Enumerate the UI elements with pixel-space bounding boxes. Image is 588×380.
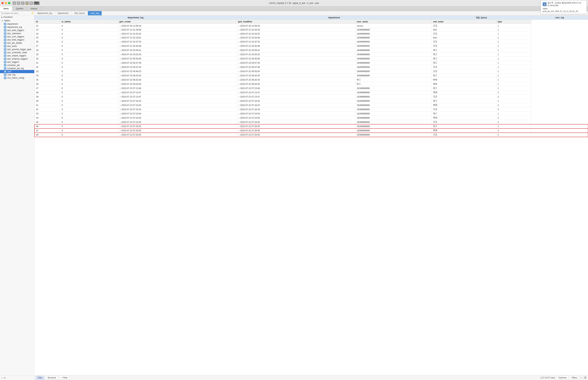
cell-user_name: 18499999999 [355,69,432,74]
table-row[interactable]: 360⊙ 2023-07-22 06:20:20⊙ 2023-07-22 06:… [35,82,588,86]
cell-gmt_create: ⊙ 2023-07-22 07:16:33 [118,103,236,107]
sidebar-item-schedule_job_log[interactable]: schedule_job_log [0,67,34,70]
cell-real_name: 张三 [432,48,496,52]
table-row[interactable]: 470⊙ 2023-07-22 07:26:55⊙ 2023-07-22 07:… [35,129,588,133]
tab-queries[interactable]: Queries [12,6,27,11]
table-icon [4,48,6,51]
table-row[interactable]: 300⊙ 2023-07-22 05:45:06⊙ 2023-07-22 05:… [35,57,588,61]
table-row[interactable]: 400⊙ 2023-07-22 07:16:33⊙ 2023-07-22 07:… [35,99,588,103]
sidebar-item-qrtz_paused_trigger_grps[interactable]: qrtz_paused_trigger_grps [0,48,34,51]
table-row[interactable]: 330⊙ 2023-07-22 05:48:23⊙ 2023-07-22 05:… [35,69,588,74]
sidebar-item-label: user [7,70,11,73]
table-row[interactable]: 220⊙ 2023-07-20 12:59:19⊙ 2023-07-20 12:… [35,24,588,28]
cell-id: 37 [35,86,60,90]
notification-header: 🤖 助小手:【注意】慢SQL时间 2023-07-22 07:40:02.665 [543,1,585,7]
titlebar-title: LOCAL | MySQL 5.7.39 : pitpat_lz_test : … [269,2,319,4]
table-row[interactable]: 310⊙ 2023-07-22 05:47:26⊙ 2023-07-22 05:… [35,61,588,65]
table-row[interactable]: 440⊙ 2023-07-22 07:23:04⊙ 2023-07-22 07:… [35,116,588,120]
cell-real_name: lishi [432,36,496,40]
content-tab-sql-query[interactable]: SQL Query [71,11,88,15]
db-icon[interactable]: 🗄 [29,1,33,5]
table-icon [4,36,6,38]
functions-section[interactable]: ▶ Functions [0,15,34,19]
table-row[interactable]: 350⊙ 2023-07-22 06:20:20⊙ 2023-07-22 06:… [35,78,588,82]
next-page-icon[interactable]: › [582,376,583,379]
filters-button[interactable]: Filters [570,376,579,380]
tables-arrow: ▼ [1,20,3,22]
table-row[interactable]: 230⊙ 2023-07-21 01:39:58⊙ 2023-07-21 01:… [35,28,588,32]
sidebar-item-qrtz_scheduler_state[interactable]: qrtz_scheduler_state [0,51,34,54]
cell-gmt_create: ⊙ 2023-07-22 07:16:33 [118,99,236,103]
sidebar-toggle-icon[interactable]: ⊟ [13,1,16,5]
content-tab-department-log[interactable]: department_log [34,11,55,15]
table-icon [4,67,6,70]
sidebar-item-qrtz_simple_triggers[interactable]: qrtz_simple_triggers [0,54,34,57]
sidebar-item-qrtz_locks[interactable]: qrtz_locks [0,45,34,48]
chevron-down-icon[interactable]: ▾ [4,377,5,379]
lock-icon[interactable]: 🔒 [25,1,29,5]
sidebar-item-qrtz_job_details[interactable]: qrtz_job_details [0,41,34,45]
add-row-button[interactable]: + Row [60,376,69,380]
tabbar: Items Queries History [0,6,588,11]
filter-icon[interactable]: ⚡ [31,12,34,15]
tab-history[interactable]: History [27,6,41,11]
table-row[interactable]: 450⊙ 2023-07-22 07:23:04⊙ 2023-07-22 07:… [35,120,588,124]
sidebar-item-department[interactable]: department [0,22,34,26]
sidebar-item-qrtz_calendars[interactable]: qrtz_calendars [0,32,34,35]
minimize-button[interactable] [5,2,7,4]
content-tab-user-log[interactable]: user_log [88,11,102,15]
settings-icon[interactable]: ⚙ [584,376,587,379]
table-row[interactable]: 240⊙ 2023-07-21 01:53:32⊙ 2023-07-21 01:… [35,32,588,36]
table-row[interactable]: 420⊙ 2023-07-22 07:16:34⊙ 2023-07-22 07:… [35,107,588,112]
maximize-button[interactable] [8,2,10,4]
table-row[interactable]: 430⊙ 2023-07-22 07:23:04⊙ 2023-07-22 07:… [35,112,588,116]
table-row[interactable]: 270⊙ 2023-07-21 02:40:46⊙ 2023-07-21 02:… [35,44,588,48]
sidebar-item-qrtz_fired_triggers[interactable]: qrtz_fired_triggers [0,38,34,41]
close-button[interactable] [1,2,4,4]
table-row[interactable]: 290⊙ 2023-07-22 03:25:33⊙ 2023-07-22 03:… [35,52,588,57]
search-input[interactable] [4,12,30,14]
list-icon[interactable]: ≡ [21,1,24,5]
table-row[interactable]: 380⊙ 2023-07-22 07:13:47⊙ 2023-07-22 07:… [35,90,588,95]
cell-is_delete: 0 [60,82,118,86]
data-view-button[interactable]: Data [36,376,44,380]
add-item-button[interactable]: + [1,377,3,379]
sidebar-item-qrtz_simprop_triggers[interactable]: qrtz_simprop_triggers [0,57,34,60]
table-row[interactable]: 260⊙ 2023-07-21 02:37:53⊙ 2023-07-21 02:… [35,40,588,44]
sidebar-item-zns_notice_config[interactable]: zns_notice_config [0,76,34,79]
table-row[interactable]: 460⊙ 2023-07-22 07:26:55⊙ 2023-07-22 07:… [35,124,588,129]
cell-real_name: 张三 [432,86,496,90]
table-row[interactable]: 280⊙ 2023-07-22 02:59:31⊙ 2023-07-22 02:… [35,48,588,52]
sidebar-item-qrtz_blob_triggers[interactable]: qrtz_blob_triggers [0,29,34,32]
table-row[interactable]: 370⊙ 2023-07-22 07:13:46⊙ 2023-07-22 07:… [35,86,588,90]
cell-gmt_create: ⊙ 2023-07-22 07:13:47 [118,90,236,95]
eye-icon[interactable]: 👁 [17,1,20,5]
cell-real_name: 王五 [432,133,496,137]
sidebar-item-schedule_job[interactable]: schedule_job [0,64,34,67]
table-row[interactable]: 390⊙ 2023-07-22 07:13:47⊙ 2023-07-22 07:… [35,95,588,99]
sidebar-item-label: department [7,23,18,25]
prev-page-icon[interactable]: ‹ [580,376,581,379]
sidebar-item-user[interactable]: user [0,70,34,73]
table-row[interactable]: 250⊙ 2023-07-21 02:18:01⊙ 2023-07-21 02:… [35,36,588,40]
sidebar-item-qrtz_triggers[interactable]: qrtz_triggers [0,60,34,64]
cell-id: 33 [35,69,60,74]
cell-user_name: 张三 [355,82,432,86]
tables-section[interactable]: ▼ Tables [0,19,34,22]
table-row[interactable]: 320⊙ 2023-07-22 05:47:33⊙ 2023-07-22 05:… [35,65,588,69]
tab-items[interactable]: Items [0,6,12,11]
cell-type: 1 [496,32,531,36]
sidebar-item-qrtz_cron_triggers[interactable]: qrtz_cron_triggers [0,35,34,38]
cell-type: 1 [496,74,531,78]
cell-gmt_modified: ⊙ 2023-07-22 07:13:46 [236,86,355,90]
sidebar-item-department_log[interactable]: department_log [0,26,34,29]
sidebar-bottom: + ▾ [0,376,34,380]
columns-button[interactable]: Columns [556,376,568,380]
structure-button[interactable]: Structure [45,376,58,380]
table-row[interactable]: 410⊙ 2023-07-22 07:16:33⊙ 2023-07-22 07:… [35,103,588,107]
table-row[interactable]: 480⊙ 2023-07-22 07:26:55⊙ 2023-07-22 07:… [35,133,588,137]
content-tab-department[interactable]: department [55,11,71,15]
cell-is_delete: 0 [60,129,118,133]
table-row[interactable]: 340⊙ 2023-07-22 06:20:20⊙ 2023-07-22 06:… [35,74,588,78]
sidebar-item-user_log[interactable]: user_log [0,73,34,76]
